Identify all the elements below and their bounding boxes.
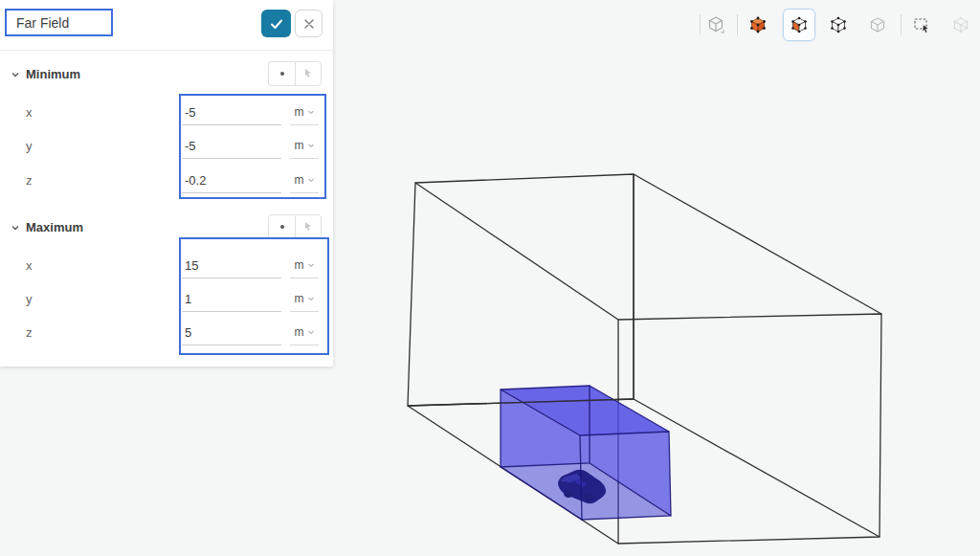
viewport-toolbar: [683, 0, 980, 50]
hidden-geometry-button[interactable]: [945, 9, 977, 41]
section-title-minimum: Minimum: [26, 67, 80, 81]
min-z-unit-dropdown[interactable]: m: [290, 167, 319, 193]
chevron-down-icon: [307, 295, 315, 302]
select-vertex-button[interactable]: [822, 9, 855, 41]
min-z-field: [182, 167, 281, 193]
confirm-button[interactable]: [261, 10, 291, 37]
unit-label: m: [295, 105, 304, 119]
max-y-input[interactable]: [182, 286, 284, 311]
panel-divider: [0, 50, 333, 51]
hidden-geometry-cube-icon: [951, 15, 970, 34]
min-y-unit-dropdown[interactable]: m: [290, 133, 319, 159]
max-z-label: z: [26, 325, 33, 340]
min-z-input[interactable]: [182, 167, 284, 192]
max-z-input[interactable]: [182, 320, 284, 345]
unit-label: m: [295, 325, 304, 339]
min-x-field: [182, 100, 281, 125]
cancel-button[interactable]: [295, 10, 323, 37]
point-pick-icon: [280, 225, 284, 229]
max-x-unit-dropdown[interactable]: m: [290, 253, 319, 278]
point-pick-icon: [280, 72, 284, 76]
name-input[interactable]: [7, 11, 121, 34]
minimum-pick-tools: [268, 61, 322, 86]
far-field-settings-panel: Minimum x m y m z m: [0, 0, 333, 367]
max-x-label: x: [26, 258, 33, 273]
box-select-icon: [912, 15, 931, 34]
min-y-label: y: [26, 139, 33, 153]
toolbar-divider: [737, 14, 738, 35]
maximum-pick-tools: [268, 214, 322, 239]
select-vertex-cube-icon: [829, 15, 848, 34]
unit-label: m: [295, 173, 304, 187]
min-x-input[interactable]: [182, 100, 284, 124]
point-pick-button[interactable]: [268, 61, 295, 86]
min-x-label: x: [26, 105, 33, 120]
chevron-down-icon: [307, 328, 315, 336]
max-z-field: [182, 320, 281, 345]
chevron-down-icon: [307, 261, 315, 269]
toolbar-divider: [901, 14, 902, 35]
unit-label: m: [295, 258, 304, 272]
min-x-unit-dropdown[interactable]: m: [290, 100, 319, 125]
close-icon: [303, 18, 315, 30]
min-y-field: [182, 133, 281, 159]
chevron-down-icon: [307, 108, 315, 116]
chevron-down-icon: [307, 176, 315, 184]
min-y-input[interactable]: [182, 133, 284, 158]
select-volume-button[interactable]: [742, 9, 774, 41]
check-icon: [269, 16, 284, 32]
name-input-box: [5, 9, 113, 36]
screen-pick-button[interactable]: [295, 214, 322, 239]
screen-pick-icon: [302, 68, 314, 79]
unit-label: m: [295, 139, 304, 152]
far-field-wireframe-near-edges: [408, 174, 634, 406]
fit-view-button[interactable]: [700, 9, 732, 41]
point-pick-button[interactable]: [268, 214, 295, 239]
chevron-down-icon[interactable]: [10, 69, 21, 80]
max-y-unit-dropdown[interactable]: m: [290, 286, 319, 312]
screen-pick-icon: [302, 221, 314, 233]
screen-pick-button[interactable]: [295, 61, 322, 86]
max-y-label: y: [26, 292, 33, 306]
min-z-label: z: [26, 173, 33, 188]
chevron-down-icon[interactable]: [10, 222, 21, 234]
chevron-down-icon: [307, 142, 315, 149]
plain-cube-icon: [868, 15, 887, 34]
fit-view-cube-icon: [706, 15, 725, 34]
max-x-input[interactable]: [182, 253, 284, 278]
section-title-maximum: Maximum: [26, 220, 83, 234]
unit-label: m: [295, 292, 304, 305]
max-z-unit-dropdown[interactable]: m: [290, 320, 319, 345]
max-x-field: [182, 253, 281, 278]
select-volume-cube-icon: [748, 15, 768, 34]
max-y-field: [182, 286, 281, 312]
select-face-button[interactable]: [783, 9, 815, 41]
select-face-cube-icon: [790, 15, 809, 34]
plain-cube-button[interactable]: [861, 9, 894, 41]
box-select-button[interactable]: [905, 9, 938, 41]
